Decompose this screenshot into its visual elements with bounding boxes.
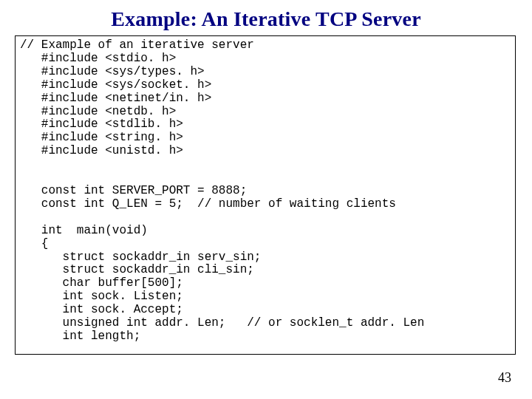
- code-block: // Example of an iterative server #inclu…: [16, 36, 515, 347]
- code-box: // Example of an iterative server #inclu…: [15, 35, 516, 355]
- slide-title: Example: An Iterative TCP Server: [0, 0, 532, 35]
- slide: Example: An Iterative TCP Server // Exam…: [0, 0, 532, 399]
- page-number: 43: [498, 370, 511, 386]
